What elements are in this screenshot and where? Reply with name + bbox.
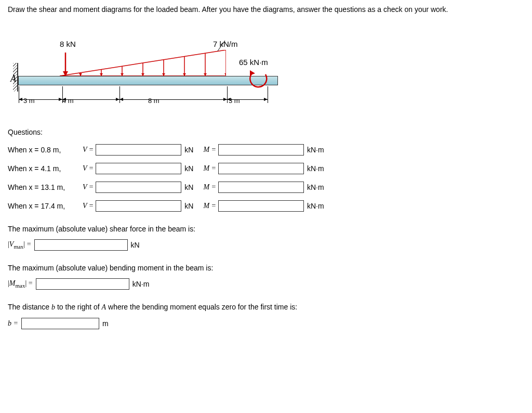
q4-label: When x = 17.4 m,	[8, 202, 81, 210]
vmax-unit: kN	[131, 241, 140, 249]
q1-v-unit: kN	[184, 146, 193, 154]
q4-v-unit: kN	[184, 202, 193, 210]
q3-label: When x = 13.1 m,	[8, 183, 81, 191]
q3-m-input[interactable]	[218, 182, 304, 193]
distance-b-text: The distance b to the right of A where t…	[8, 303, 524, 312]
point-A-label: A	[10, 73, 16, 84]
question-row-2: When x = 4.1 m, V = kN M = kN·m	[8, 163, 524, 174]
q2-v-input[interactable]	[96, 163, 181, 174]
q3-v-input[interactable]	[96, 182, 181, 193]
b-input[interactable]	[21, 318, 99, 329]
vmax-input[interactable]	[34, 239, 128, 251]
max-moment-text: The maximum (absolute value) bending mom…	[8, 264, 524, 272]
b-text-var-b: b	[51, 303, 55, 311]
q4-v-input[interactable]	[96, 200, 181, 212]
q3-m-var: M =	[203, 183, 216, 191]
q2-m-var: M =	[203, 164, 216, 173]
mmax-input[interactable]	[36, 278, 129, 290]
q2-m-unit: kN·m	[307, 164, 324, 173]
point-load-label: 8 kN	[60, 40, 76, 48]
b-text-pre: The distance	[8, 303, 51, 311]
b-text-var-A: A	[102, 303, 107, 311]
moment-arc-icon	[247, 68, 270, 90]
beam	[18, 76, 278, 85]
max-shear-text: The maximum (absolute value) shear force…	[8, 225, 524, 233]
q4-m-var: M =	[203, 202, 216, 210]
distributed-load-icon	[60, 50, 226, 76]
q1-m-unit: kN·m	[307, 146, 324, 154]
q2-label: When x = 4.1 m,	[8, 164, 81, 173]
q1-v-input[interactable]	[96, 144, 181, 156]
mmax-unit: kN·m	[132, 280, 150, 288]
vmax-label: |Vmax| =	[8, 240, 31, 250]
question-row-1: When x = 0.8 m, V = kN M = kN·m	[8, 144, 524, 156]
b-text-mid: to the right of	[55, 303, 102, 311]
max-shear-row: |Vmax| = kN	[8, 239, 524, 251]
q1-label: When x = 0.8 m,	[8, 146, 81, 154]
b-unit: m	[102, 319, 109, 328]
max-moment-row: |Mmax| = kN·m	[8, 278, 524, 290]
svg-marker-19	[250, 70, 255, 75]
q1-m-var: M =	[203, 146, 216, 154]
dimension-2: 4 m	[62, 97, 74, 105]
q3-v-unit: kN	[184, 183, 193, 191]
q2-v-unit: kN	[184, 164, 193, 173]
q1-v-var: V =	[83, 146, 94, 154]
beam-diagram: A 8 kN 7 kN/m 65 kN·m	[8, 24, 299, 112]
q3-v-var: V =	[83, 183, 94, 191]
q3-m-unit: kN·m	[307, 183, 324, 191]
question-row-3: When x = 13.1 m, V = kN M = kN·m	[8, 182, 524, 193]
q2-v-var: V =	[83, 164, 94, 173]
mmax-label: |Mmax| =	[8, 279, 33, 289]
problem-statement: Draw the shear and moment diagrams for t…	[8, 5, 524, 14]
dimension-4: 3 m	[229, 97, 240, 105]
dim-arrow	[119, 99, 227, 100]
q1-m-input[interactable]	[218, 144, 304, 156]
distributed-load-label: 7 kN/m	[213, 40, 238, 48]
q2-m-input[interactable]	[218, 163, 304, 174]
q4-v-var: V =	[83, 202, 94, 210]
applied-moment-label: 65 kN·m	[239, 58, 268, 67]
question-row-4: When x = 17.4 m, V = kN M = kN·m	[8, 200, 524, 212]
q4-m-input[interactable]	[218, 200, 304, 212]
distance-b-row: b = m	[8, 318, 524, 329]
questions-header: Questions:	[8, 128, 524, 136]
b-text-post: where the bending moment equals zero for…	[106, 303, 297, 311]
dimension-3: 8 m	[148, 97, 159, 105]
q4-m-unit: kN·m	[307, 202, 324, 210]
dimension-1: 3 m	[23, 97, 35, 105]
dim-tick	[268, 86, 268, 103]
b-label: b =	[8, 319, 18, 328]
